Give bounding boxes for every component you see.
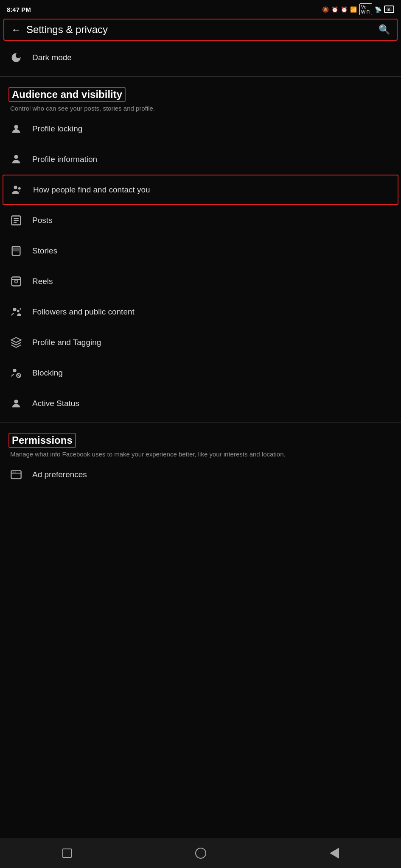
divider-1 [0,76,401,77]
profile-tagging-item[interactable]: Profile and Tagging [0,327,401,358]
permissions-section-header: Permissions Manage what info Facebook us… [0,426,401,459]
posts-item[interactable]: Posts [0,205,401,236]
audience-section-subtitle: Control who can see your posts, stories … [8,105,393,112]
reels-item[interactable]: Reels [0,266,401,297]
svg-point-15 [17,310,20,312]
svg-point-14 [13,308,16,311]
svg-point-4 [18,187,21,190]
active-status-item[interactable]: Active Status [0,388,401,419]
svg-line-20 [17,374,20,377]
nav-recent-button[interactable] [324,843,345,864]
svg-point-12 [15,280,18,283]
ad-preferences-icon [8,467,24,482]
settings-header[interactable]: ← Settings & privacy 🔍 [3,19,398,41]
profile-information-label: Profile information [32,155,97,164]
followers-icon [8,304,24,320]
status-bar: 8:47 PM 🔕 ⏰ ⏰ 📶 VoWiFi 📡 68 [0,0,401,17]
followers-label: Followers and public content [32,307,135,317]
profile-information-item[interactable]: Profile information [0,144,401,175]
ad-preferences-label: Ad preferences [32,470,87,479]
nav-home-button[interactable] [190,843,211,864]
status-icons: 🔕 ⏰ ⏰ 📶 VoWiFi 📡 68 [322,3,394,15]
svg-rect-10 [13,248,19,251]
how-people-find-item[interactable]: How people find and contact you [3,175,398,205]
vowifi-icon: VoWiFi [359,3,372,15]
svg-point-25 [15,471,16,472]
svg-rect-22 [11,471,21,479]
svg-point-2 [14,155,18,159]
profile-tagging-icon [8,335,24,350]
nav-back-button[interactable] [56,843,78,864]
svg-point-18 [13,369,16,372]
svg-rect-11 [12,277,21,286]
posts-label: Posts [32,216,53,225]
profile-locking-icon [8,121,24,136]
signal-icon: 📶 [350,6,357,13]
reels-icon [8,274,24,289]
blocking-label: Blocking [32,368,63,378]
active-status-label: Active Status [32,399,79,408]
blocking-item[interactable]: Blocking [0,358,401,388]
alarm-icon: ⏰ [331,6,338,13]
svg-point-24 [13,471,14,472]
svg-point-0 [14,125,18,129]
permissions-section-title: Permissions [8,433,76,448]
stories-item[interactable]: Stories [0,236,401,266]
svg-point-3 [14,186,17,189]
reels-label: Reels [32,277,53,286]
back-button[interactable]: ← [11,24,21,36]
followers-item[interactable]: Followers and public content [0,297,401,327]
posts-icon [8,213,24,228]
nav-circle-icon [195,848,206,859]
dark-mode-item[interactable]: Dark mode [0,42,401,73]
nav-square-icon [62,849,72,858]
bottom-nav-bar [0,838,401,868]
profile-tagging-label: Profile and Tagging [32,338,101,347]
nav-triangle-icon [330,848,339,859]
profile-locking-label: Profile locking [32,124,82,134]
audience-section-title: Audience and visibility [8,87,126,102]
mute-icon: 🔕 [322,6,329,13]
wifi-icon: 📡 [375,6,381,13]
ad-preferences-item[interactable]: Ad preferences [0,459,401,516]
page-title: Settings & privacy [26,24,108,36]
search-icon[interactable]: 🔍 [379,24,390,35]
how-people-find-label: How people find and contact you [33,185,150,195]
svg-point-21 [14,400,18,403]
profile-locking-item[interactable]: Profile locking [0,114,401,144]
dark-mode-label: Dark mode [32,53,72,62]
header-left: ← Settings & privacy [11,24,108,36]
how-people-find-icon [9,182,25,198]
permissions-section-subtitle: Manage what info Facebook uses to make y… [8,451,393,458]
alarm2-icon: ⏰ [341,6,348,13]
stories-label: Stories [32,246,57,256]
stories-icon [8,243,24,259]
active-status-icon [8,396,24,411]
dark-mode-icon [8,50,24,65]
profile-information-icon [8,152,24,167]
audience-section-header: Audience and visibility Control who can … [0,80,401,114]
blocking-icon [8,365,24,381]
divider-2 [0,422,401,423]
battery-icon: 68 [384,6,394,13]
status-time: 8:47 PM [7,6,31,13]
